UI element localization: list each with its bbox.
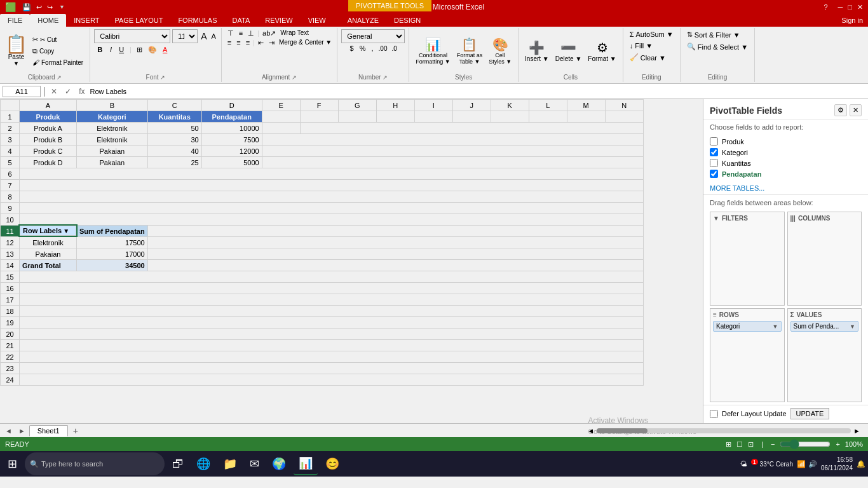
close-btn[interactable]: ✕: [857, 3, 863, 11]
tab-view[interactable]: VIEW: [301, 14, 334, 27]
number-expand-icon[interactable]: ↗: [383, 74, 388, 81]
indent-right-btn[interactable]: ⇥: [267, 39, 276, 47]
rows-kategori-chip[interactable]: Kategori ▼: [713, 321, 782, 332]
increase-font-btn[interactable]: A: [200, 31, 208, 41]
col-header-B[interactable]: B: [77, 100, 148, 111]
col-header-F[interactable]: F: [300, 100, 338, 111]
formula-input[interactable]: [90, 86, 866, 97]
field-checkbox-kuantitas[interactable]: [710, 159, 718, 167]
insert-btn[interactable]: ➕ Insert ▼: [522, 39, 552, 64]
cell-reference-box[interactable]: [3, 86, 41, 97]
bottom-align-btn[interactable]: ⊥: [246, 29, 256, 37]
underline-btn[interactable]: U: [116, 46, 126, 53]
normal-view-btn[interactable]: ⊞: [726, 440, 731, 449]
sort-filter-btn[interactable]: ⇅ Sort & Filter ▼: [684, 29, 743, 40]
col-header-D[interactable]: D: [201, 100, 262, 111]
alignment-expand-icon[interactable]: ↗: [292, 74, 297, 81]
field-checkbox-kategori[interactable]: [710, 148, 718, 156]
cell-D1[interactable]: Pendapatan: [201, 111, 262, 123]
cell-D4[interactable]: 12000: [201, 146, 262, 157]
col-header-M[interactable]: M: [567, 100, 605, 111]
taskbar-excel-btn[interactable]: 📊: [294, 452, 318, 475]
page-layout-view-btn[interactable]: ☐: [736, 440, 743, 449]
values-pendapatan-chip[interactable]: Sum of Penda... ▼: [790, 321, 859, 332]
paste-button[interactable]: 📋 Paste ▼: [4, 34, 29, 68]
cell-A13[interactable]: Pakaian: [20, 248, 77, 260]
scroll-right-btn[interactable]: ►: [16, 427, 28, 435]
orientation-btn[interactable]: ab↗: [261, 29, 278, 37]
indent-left-btn[interactable]: ⇤: [256, 39, 266, 47]
cell-B5[interactable]: Pakaian: [77, 157, 148, 168]
align-left-btn[interactable]: ≡: [226, 39, 233, 47]
autosum-btn[interactable]: Σ AutoSum ▼: [627, 29, 676, 39]
col-header-I[interactable]: I: [414, 100, 452, 111]
start-btn[interactable]: ⊞: [3, 452, 22, 475]
quick-save-icon[interactable]: 💾: [21, 3, 32, 11]
cell-D2[interactable]: 10000: [201, 123, 262, 134]
page-break-view-btn[interactable]: ⊡: [748, 440, 754, 449]
decrease-font-btn[interactable]: A: [210, 32, 217, 40]
col-header-K[interactable]: K: [491, 100, 529, 111]
add-sheet-btn[interactable]: +: [69, 424, 82, 437]
maximize-btn[interactable]: □: [848, 3, 852, 11]
zoom-slider[interactable]: [780, 439, 831, 449]
col-header-A[interactable]: A: [20, 100, 77, 111]
italic-btn[interactable]: I: [107, 46, 114, 53]
cell-B14[interactable]: 34500: [77, 260, 148, 271]
field-checkbox-pendapatan[interactable]: [710, 170, 718, 178]
conditional-formatting-btn[interactable]: 📊 ConditionalFormatting ▼: [413, 36, 452, 66]
fill-color-btn[interactable]: 🎨: [146, 46, 159, 54]
task-view-btn[interactable]: 🗗: [167, 452, 189, 475]
format-btn[interactable]: ⚙ Format ▼: [585, 39, 618, 64]
cell-M1[interactable]: [567, 111, 605, 123]
undo-icon[interactable]: ↩: [35, 3, 43, 11]
col-header-N[interactable]: N: [605, 100, 643, 111]
col-header-L[interactable]: L: [529, 100, 567, 111]
cut-button[interactable]: ✂ ✂ Cut: [30, 34, 86, 45]
copy-button[interactable]: ⧉ Copy: [30, 46, 86, 57]
taskbar-mail-btn[interactable]: ✉: [245, 452, 264, 475]
zoom-in-btn[interactable]: +: [836, 440, 839, 448]
cell-C3[interactable]: 30: [147, 134, 201, 146]
align-right-btn[interactable]: ≡: [244, 39, 252, 47]
cell-A14[interactable]: Grand Total: [20, 260, 77, 271]
scrollbar-thumb[interactable]: [597, 428, 648, 433]
taskbar-emoji-btn[interactable]: 😊: [320, 452, 344, 475]
cell-A4[interactable]: Produk C: [20, 146, 77, 157]
cell-E1[interactable]: [262, 111, 300, 123]
cell-B3[interactable]: Elektronik: [77, 134, 148, 146]
accounting-btn[interactable]: $: [348, 44, 356, 52]
cell-D5[interactable]: 5000: [201, 157, 262, 168]
cell-E2[interactable]: [262, 123, 300, 134]
sign-in-btn[interactable]: Sign in: [836, 14, 868, 27]
delete-btn[interactable]: ➖ Delete ▼: [553, 39, 585, 64]
cell-F1[interactable]: [300, 111, 338, 123]
minimize-btn[interactable]: ─: [838, 3, 843, 11]
col-header-J[interactable]: J: [452, 100, 491, 111]
cell-L1[interactable]: [529, 111, 567, 123]
tab-formulas[interactable]: FORMULAS: [170, 14, 224, 27]
format-painter-button[interactable]: 🖌 Format Painter: [30, 57, 86, 67]
merge-center-btn[interactable]: Merge & Center ▼: [278, 39, 333, 47]
cell-I1[interactable]: [414, 111, 452, 123]
confirm-formula-btn[interactable]: ✓: [62, 87, 74, 96]
cell-J1[interactable]: [452, 111, 491, 123]
col-header-H[interactable]: H: [376, 100, 414, 111]
cell-A3[interactable]: Produk B: [20, 134, 77, 146]
notification-badge[interactable]: 1: [751, 459, 758, 465]
redo-icon[interactable]: ↪: [46, 3, 54, 11]
tab-design[interactable]: DESIGN: [386, 14, 428, 27]
font-expand-icon[interactable]: ↗: [160, 74, 165, 81]
notification-center-icon[interactable]: 🔔: [857, 460, 865, 468]
percent-btn[interactable]: %: [358, 44, 368, 52]
paste-dropdown-icon[interactable]: ▼: [13, 60, 19, 67]
cell-D3[interactable]: 7500: [201, 134, 262, 146]
bold-btn[interactable]: B: [94, 45, 105, 54]
defer-layout-checkbox[interactable]: [710, 410, 718, 418]
grid-wrapper[interactable]: A B C D E F G H I J K L M N: [0, 99, 703, 423]
tab-home[interactable]: HOME: [30, 14, 66, 27]
font-size-select[interactable]: 11: [172, 29, 198, 43]
cell-B1[interactable]: Kategori: [77, 111, 148, 123]
cell-A12[interactable]: Elektronik: [20, 237, 77, 248]
comma-btn[interactable]: ,: [370, 44, 376, 52]
